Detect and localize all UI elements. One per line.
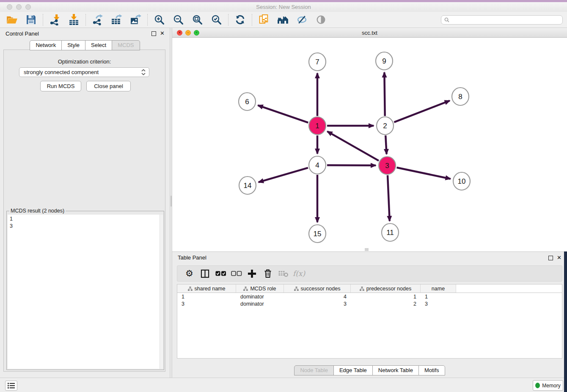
show-columns-icon[interactable]	[197, 267, 213, 280]
tab-select[interactable]: Select	[85, 40, 112, 50]
float-panel-icon[interactable]	[151, 31, 156, 36]
open-session-icon[interactable]	[3, 13, 22, 27]
clone-network-icon[interactable]	[254, 13, 273, 27]
svg-text:6: 6	[245, 98, 249, 106]
save-session-icon[interactable]	[22, 13, 41, 27]
column-header-predecessor-nodes[interactable]: predecessor nodes	[351, 284, 421, 293]
add-column-plus-icon[interactable]	[244, 267, 260, 280]
toolbar-separator	[252, 14, 252, 26]
tab-style[interactable]: Style	[61, 40, 85, 50]
import-network-icon[interactable]	[45, 13, 64, 27]
svg-text:1: 1	[315, 122, 319, 130]
float-table-panel-icon[interactable]	[548, 256, 553, 260]
select-all-rows-icon[interactable]	[213, 267, 228, 280]
toolbar-separator	[43, 14, 43, 26]
memory-button[interactable]: Memory	[533, 380, 563, 391]
table-settings-gear-icon[interactable]: ⚙	[182, 267, 197, 280]
tab-mcds[interactable]: MCDS	[112, 40, 140, 50]
edge-4-14[interactable]	[259, 168, 308, 182]
zoom-fit-icon[interactable]	[188, 13, 207, 27]
zoom-out-icon[interactable]	[169, 13, 188, 27]
control-panel: Control Panel ✕ NetworkStyleSelectMCDS O…	[0, 28, 170, 378]
toolbar-separator	[147, 14, 148, 26]
node-14[interactable]: 14	[239, 177, 256, 194]
search-input[interactable]	[441, 15, 563, 25]
node-table: shared nameMCDS rolesuccessor nodesprede…	[177, 284, 562, 359]
edge-2-8[interactable]	[394, 101, 449, 122]
close-panel-button[interactable]: Close panel	[86, 81, 131, 91]
mcds-result-title: MCDS result (2 nodes)	[9, 208, 66, 214]
memory-label: Memory	[542, 383, 560, 389]
node-2[interactable]: 2	[377, 117, 394, 135]
node-6[interactable]: 6	[239, 93, 256, 110]
optimization-select[interactable]: strongly connected component	[19, 67, 149, 77]
export-table-icon[interactable]	[107, 13, 126, 27]
close-panel-icon[interactable]: ✕	[160, 30, 165, 36]
splitter-grip[interactable]	[171, 196, 172, 207]
delete-column-trash-icon[interactable]	[260, 267, 275, 280]
edge-1-6[interactable]	[258, 105, 308, 123]
edge-3-10[interactable]	[397, 168, 451, 179]
node-10[interactable]: 10	[453, 172, 470, 190]
node-3[interactable]: 3	[379, 157, 396, 174]
export-network-icon[interactable]	[88, 13, 107, 27]
svg-text:8: 8	[458, 93, 462, 101]
node-8[interactable]: 8	[452, 88, 469, 105]
result-scrollbar[interactable]	[160, 215, 163, 369]
table-header-row: shared nameMCDS rolesuccessor nodesprede…	[177, 284, 562, 293]
main-toolbar	[0, 12, 567, 28]
edge-3-1[interactable]	[327, 131, 379, 160]
task-history-button[interactable]	[5, 381, 17, 391]
desktop-edge	[564, 251, 567, 392]
refresh-view-icon[interactable]	[231, 13, 250, 27]
window-title: Session: New Session	[0, 4, 567, 10]
table-row[interactable]: 1dominator411	[177, 293, 562, 300]
run-mcds-button[interactable]: Run MCDS	[40, 81, 81, 91]
tab-node-table[interactable]: Node Table	[294, 365, 334, 375]
edge-3-11[interactable]	[388, 175, 390, 221]
node-4[interactable]: 4	[309, 156, 326, 174]
tab-network[interactable]: Network	[30, 40, 62, 50]
edge-4-3[interactable]	[327, 165, 376, 166]
search-icon	[444, 17, 449, 22]
zoom-selected-icon[interactable]	[207, 13, 226, 27]
node-9[interactable]: 9	[376, 52, 393, 70]
network-canvas[interactable]: 7968124314101511	[172, 38, 567, 251]
optimization-select-value: strongly connected component	[24, 69, 141, 75]
table-row[interactable]: 3dominator323	[177, 300, 562, 307]
node-11[interactable]: 11	[382, 224, 399, 241]
hide-selected-eye-slash-icon[interactable]	[292, 13, 311, 27]
column-header-name[interactable]: name	[421, 284, 456, 293]
node-7[interactable]: 7	[309, 53, 326, 71]
svg-text:11: 11	[386, 229, 394, 237]
edge-2-3[interactable]	[385, 135, 386, 154]
zoom-in-icon[interactable]	[150, 13, 169, 27]
svg-text:14: 14	[244, 182, 252, 190]
import-table-icon[interactable]	[64, 13, 83, 27]
tab-motifs[interactable]: Motifs	[418, 365, 445, 375]
svg-text:9: 9	[382, 57, 386, 65]
close-table-panel-icon[interactable]: ✕	[557, 254, 561, 261]
tab-network-table[interactable]: Network Table	[372, 365, 419, 375]
status-bar: Memory	[0, 378, 567, 392]
function-builder-icon[interactable]: f(x)	[291, 267, 307, 280]
titlebar: Session: New Session	[0, 2, 567, 12]
column-header-shared-name[interactable]: shared name	[177, 284, 236, 293]
svg-text:2: 2	[383, 122, 387, 130]
delete-table-icon[interactable]	[275, 267, 291, 280]
column-header-MCDS-role[interactable]: MCDS role	[236, 284, 284, 293]
column-header-successor-nodes[interactable]: successor nodes	[284, 284, 351, 293]
table-panel-title: Table Panel	[178, 254, 206, 261]
show-neighbors-houses-icon[interactable]	[273, 13, 292, 27]
tab-edge-table[interactable]: Edge Table	[333, 365, 373, 375]
deselect-all-rows-icon[interactable]	[228, 267, 244, 280]
svg-text:4: 4	[315, 161, 319, 169]
mcds-result-text[interactable]: 1 3	[8, 215, 163, 369]
canvas-scrollbar-thumb[interactable]	[365, 248, 369, 251]
edge-2-9[interactable]	[384, 72, 385, 116]
node-1[interactable]: 1	[309, 117, 326, 135]
show-hidden-eye-icon[interactable]	[311, 13, 330, 27]
node-15[interactable]: 15	[309, 225, 326, 243]
export-image-icon[interactable]	[126, 13, 145, 27]
network-view-window: ✕ − + scc.txt 7968124314101511	[172, 28, 567, 251]
